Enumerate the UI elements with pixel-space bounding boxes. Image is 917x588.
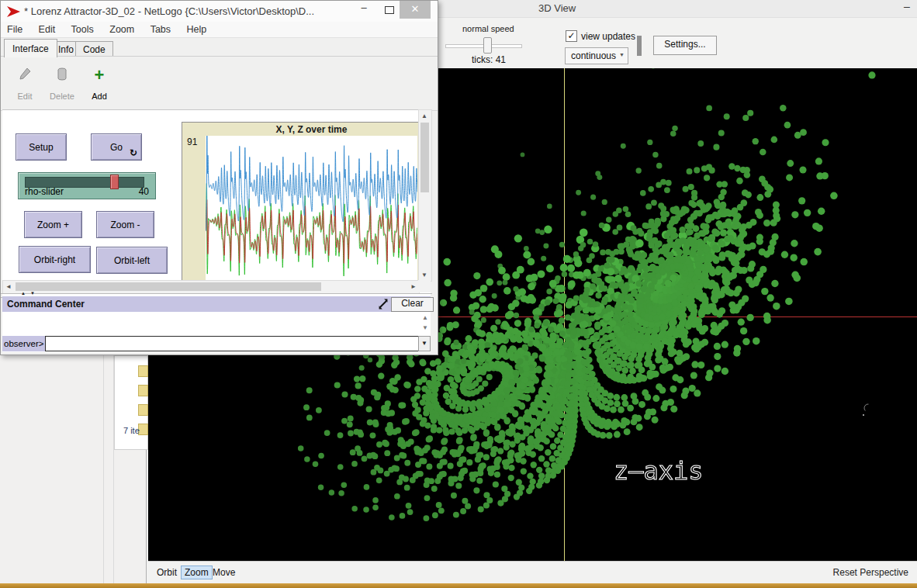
trash-icon: [56, 67, 68, 82]
speed-slider-handle[interactable]: [483, 37, 492, 54]
scrollbar-thumb[interactable]: [16, 282, 321, 291]
interface-toolbar: Edit Delete + Add abc Button ▼: [1, 56, 438, 111]
horizontal-scrollbar[interactable]: ◄ ►: [2, 280, 420, 294]
chevron-down-icon: ▼: [619, 52, 625, 57]
splitter-up-icon[interactable]: ▲: [21, 291, 26, 296]
tab-interface[interactable]: Interface: [4, 39, 57, 57]
plus-icon: +: [81, 67, 117, 84]
zoom-in-button[interactable]: Zoom +: [24, 211, 82, 238]
command-center-title: Command Center: [7, 299, 85, 310]
plot-widget: X, Y, Z over time 91: [182, 122, 420, 282]
command-input[interactable]: [45, 336, 419, 351]
menu-tabs[interactable]: Tabs: [144, 22, 177, 35]
add-button[interactable]: + Add: [81, 65, 117, 102]
plot-canvas: [206, 136, 417, 280]
rho-slider-value: 40: [139, 186, 149, 197]
chevron-down-icon: ▼: [421, 340, 427, 347]
go-button[interactable]: Go ↻: [91, 133, 142, 161]
items-count-label: 7 ite: [123, 426, 140, 435]
menu-tools[interactable]: Tools: [65, 22, 100, 35]
ticks-counter: ticks: 41: [472, 54, 506, 65]
tool-orbit[interactable]: Orbit: [153, 566, 181, 579]
window-title: * Lorenz Attractor-3D_02 - NetLogo {C:\U…: [24, 5, 314, 17]
folder-icon: [138, 365, 148, 377]
setup-button[interactable]: Setup: [16, 133, 67, 161]
tab-bar: Interface Info Code: [1, 37, 438, 56]
agent-type-dropdown[interactable]: ▼: [418, 336, 431, 351]
reset-perspective-button[interactable]: Reset Perspective: [833, 567, 908, 578]
background-divider: [103, 355, 104, 583]
rho-slider-handle[interactable]: [110, 175, 119, 189]
observer-prompt: observer>: [2, 336, 45, 351]
clear-button[interactable]: Clear: [391, 297, 434, 312]
3d-bottom-toolbar: Orbit Zoom Move Reset Perspective: [148, 561, 917, 584]
toolbar-separator: [637, 36, 642, 56]
vertical-scrollbar[interactable]: ▲ ▼: [418, 109, 432, 282]
updates-mode-dropdown[interactable]: continuous ▼: [565, 47, 628, 64]
pencil-icon: [18, 67, 32, 82]
folder-icon: [138, 385, 148, 396]
plot-ymax-label: 91: [187, 137, 197, 147]
command-center-output[interactable]: ▲ ▼: [2, 312, 431, 337]
view-updates-label: view updates: [581, 31, 635, 42]
scroll-down-icon[interactable]: ▼: [421, 272, 427, 278]
orbit-left-button[interactable]: Orbit-left: [96, 247, 168, 274]
netlogo-window: * Lorenz Attractor-3D_02 - NetLogo {C:\U…: [0, 0, 438, 355]
speed-slider-label: normal speed: [462, 24, 514, 33]
close-button[interactable]: ✕: [400, 1, 431, 19]
maximize-button[interactable]: [378, 1, 401, 19]
tool-move[interactable]: Move: [209, 566, 239, 579]
menu-zoom[interactable]: Zoom: [103, 22, 140, 35]
settings-button[interactable]: Settings...: [653, 36, 717, 55]
delete-button[interactable]: Delete: [44, 65, 80, 102]
folder-icon: [138, 424, 148, 435]
netlogo-logo-icon: [6, 5, 21, 18]
orbit-right-button[interactable]: Orbit-right: [19, 246, 91, 273]
edit-button[interactable]: Edit: [7, 65, 43, 102]
taskbar-strip: [0, 583, 917, 588]
minimize-button[interactable]: –: [351, 1, 376, 19]
explorer-window-fragment: 7 ite: [114, 355, 148, 450]
scrollbar-corner: [418, 280, 431, 292]
detach-icon[interactable]: [378, 299, 389, 310]
scroll-left-icon[interactable]: ◄: [5, 283, 12, 290]
maximize-icon: [385, 6, 394, 14]
scrollbar-thumb[interactable]: [420, 123, 429, 192]
menu-help[interactable]: Help: [181, 22, 213, 35]
scroll-right-icon[interactable]: ►: [410, 283, 417, 290]
menu-bar: File Edit Tools Zoom Tabs Help: [1, 22, 438, 38]
folder-icon: [138, 404, 148, 416]
zoom-out-button[interactable]: Zoom -: [96, 211, 154, 238]
view-updates-checkbox[interactable]: ✓: [566, 30, 577, 42]
updates-mode-value: continuous: [571, 50, 616, 61]
menu-file[interactable]: File: [1, 22, 29, 35]
command-center-header: Command Center Clear: [2, 296, 431, 313]
menu-edit[interactable]: Edit: [33, 22, 62, 35]
tool-zoom[interactable]: Zoom: [181, 566, 213, 579]
forever-icon: ↻: [130, 147, 137, 158]
3d-minimize-icon[interactable]: –: [904, 0, 910, 12]
rho-slider-label: rho-slider: [25, 186, 64, 197]
splitter-down-icon[interactable]: ▼: [30, 291, 35, 296]
rho-slider[interactable]: rho-slider 40: [18, 172, 156, 199]
3d-view-title: 3D View: [538, 2, 576, 14]
plot-title: X, Y, Z over time: [206, 124, 417, 135]
scroll-up-icon[interactable]: ▲: [422, 314, 428, 321]
scroll-down-icon[interactable]: ▼: [422, 324, 428, 331]
scroll-up-icon[interactable]: ▲: [421, 112, 427, 119]
